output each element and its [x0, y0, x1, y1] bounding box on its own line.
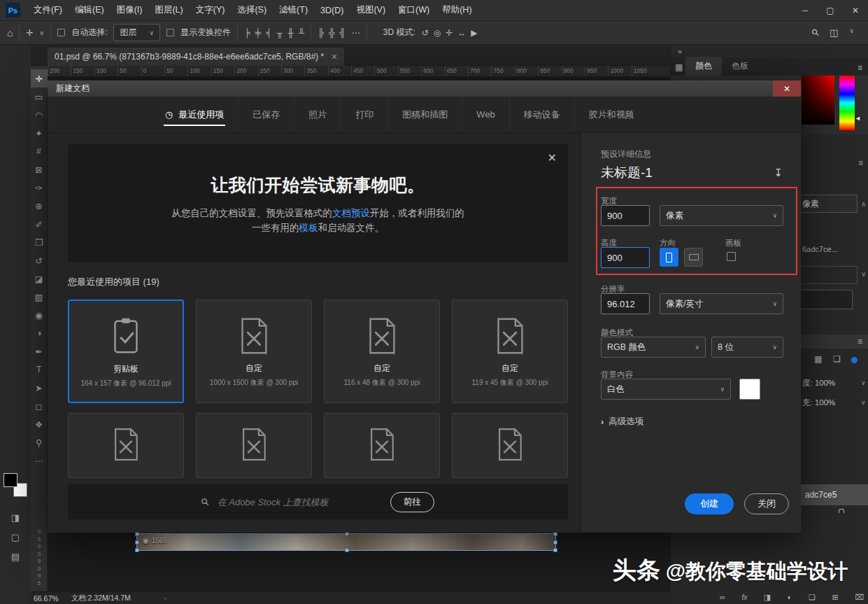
3d-slide-icon[interactable]: ↔: [457, 28, 466, 38]
new-layer-icon[interactable]: ⊞: [832, 593, 838, 602]
tool-lasso[interactable]: ◠: [31, 106, 48, 124]
transform-handle[interactable]: [135, 548, 139, 552]
height-input[interactable]: [601, 247, 650, 268]
window-close-button[interactable]: ✕: [843, 0, 868, 21]
fill-chevron-icon[interactable]: ∨: [861, 399, 866, 406]
workspace-icon[interactable]: ◫: [830, 27, 838, 38]
tool-crop[interactable]: #: [31, 142, 48, 160]
transform-handle[interactable]: [553, 548, 557, 552]
menu-image[interactable]: 图像(I): [111, 0, 149, 21]
close-button[interactable]: 关闭: [744, 493, 789, 514]
go-button[interactable]: 前往: [390, 492, 434, 512]
tool-zoom[interactable]: ⚲: [31, 433, 48, 451]
layer-style-icon[interactable]: fx: [741, 594, 747, 601]
document-image-strip[interactable]: ◉ 1565: [136, 533, 556, 551]
filter-dot-icon[interactable]: [851, 357, 858, 363]
align-center-v-icon[interactable]: ╫: [287, 28, 294, 38]
tab-art-illustration[interactable]: 图稿和插图: [387, 97, 462, 132]
distribute-center-icon[interactable]: ╬: [329, 28, 335, 38]
recent-card-custom-2[interactable]: 自定 116 x 48 像素 @ 300 ppi: [324, 300, 440, 403]
tool-edit-toolbar[interactable]: ⋯: [31, 451, 48, 470]
auto-select-target-dropdown[interactable]: 图层 ∨: [113, 24, 160, 41]
orientation-portrait-button[interactable]: [660, 248, 678, 267]
more-options-icon[interactable]: ⋯: [352, 28, 360, 38]
minimize-button[interactable]: ─: [792, 0, 818, 21]
hero-close-icon[interactable]: ✕: [548, 151, 557, 164]
panel-menu-icon[interactable]: ≡: [858, 63, 862, 73]
create-button[interactable]: 创建: [685, 493, 734, 514]
color-mode-dropdown[interactable]: RGB 颜色 ∨: [601, 337, 706, 358]
layer-mask-icon[interactable]: ◨: [764, 593, 771, 602]
transform-handle[interactable]: [345, 548, 349, 552]
download-preset-icon[interactable]: ↧: [774, 167, 783, 179]
tool-quick-selection[interactable]: ✦: [31, 124, 48, 142]
menu-select[interactable]: 选择(S): [231, 0, 273, 21]
tool-gradient[interactable]: ▧: [31, 288, 48, 306]
document-tab[interactable]: 01.psd @ 66.7% (871367b3-9889-41c8-88e4-…: [48, 48, 344, 66]
tool-path-select[interactable]: ➤: [31, 379, 48, 397]
recent-card-custom-1[interactable]: 自定 1000 x 1500 像素 @ 300 ppi: [196, 300, 312, 403]
tool-frame[interactable]: ⊠: [31, 160, 48, 178]
recent-card[interactable]: [324, 413, 440, 478]
chevron-down-icon[interactable]: ∨: [40, 29, 45, 36]
tool-clone-stamp[interactable]: ❒: [31, 233, 48, 251]
menu-filter[interactable]: 滤镜(T): [273, 0, 314, 21]
advanced-options-toggle[interactable]: › 高级选项: [601, 416, 643, 428]
collapse-dock-icon[interactable]: «: [678, 47, 682, 55]
panel-grid-icon[interactable]: ▦: [675, 62, 683, 72]
tool-eyedropper[interactable]: ✑: [31, 178, 48, 197]
zoom-level[interactable]: 66.67%: [34, 594, 59, 603]
tool-dodge[interactable]: ◑: [31, 324, 48, 342]
show-transform-checkbox[interactable]: [166, 29, 174, 36]
menu-layer[interactable]: 图层(L): [148, 0, 189, 21]
hue-slider-marker[interactable]: ◄: [855, 115, 861, 122]
hue-slider[interactable]: [839, 76, 855, 130]
dialog-title-bar[interactable]: 新建文档: [48, 80, 801, 97]
recent-card[interactable]: [452, 413, 568, 478]
scroll-down-icon[interactable]: ∨: [861, 270, 866, 278]
filter-type-icon[interactable]: ▦: [814, 354, 822, 364]
menu-help[interactable]: 帮助(H): [436, 0, 478, 21]
tab-photo[interactable]: 照片: [294, 97, 341, 132]
search-icon[interactable]: ⚲: [809, 27, 821, 38]
tool-eraser[interactable]: ◪: [31, 269, 48, 288]
foreground-color-swatch[interactable]: [3, 473, 17, 487]
home-icon[interactable]: ⌂: [7, 27, 13, 38]
panel-menu-icon[interactable]: ≡: [858, 337, 862, 346]
align-bottom-icon[interactable]: ╨: [299, 28, 305, 38]
adjustment-layer-icon[interactable]: ◐: [788, 593, 792, 601]
distribute-left-icon[interactable]: ╠: [318, 28, 324, 38]
input-fragment[interactable]: [797, 290, 853, 309]
tab-web[interactable]: Web: [462, 97, 509, 132]
scroll-up-icon[interactable]: ∧: [861, 200, 866, 208]
new-group-icon[interactable]: ❏: [809, 593, 816, 602]
menu-window[interactable]: 窗口(W): [392, 0, 436, 21]
3d-pan-icon[interactable]: ✛: [446, 28, 453, 38]
filter-folder-icon[interactable]: ❏: [833, 354, 841, 364]
opacity-chevron-icon[interactable]: ∨: [861, 379, 866, 386]
menu-view[interactable]: 视图(V): [350, 0, 392, 21]
auto-select-checkbox[interactable]: [57, 29, 65, 36]
maximize-button[interactable]: ▢: [818, 0, 843, 21]
tab-film-video[interactable]: 胶片和视频: [574, 97, 648, 132]
marquee-mode-icon[interactable]: ▢: [0, 532, 31, 542]
menu-type[interactable]: 文字(Y): [190, 0, 232, 21]
menu-file[interactable]: 文件(F): [27, 0, 69, 21]
tab-saved[interactable]: 已保存: [238, 97, 294, 132]
link-layers-icon[interactable]: ∞: [720, 593, 725, 601]
menu-edit[interactable]: 编辑(E): [69, 0, 111, 21]
tool-move[interactable]: ✛: [31, 69, 48, 87]
tool-blur[interactable]: ◉: [31, 306, 48, 324]
move-tool-icon[interactable]: ✛: [26, 28, 33, 38]
tool-marquee[interactable]: ▭: [31, 87, 48, 106]
doc-preset-link[interactable]: 文档预设: [332, 208, 370, 218]
template-link[interactable]: 模板: [299, 223, 318, 233]
resolution-input[interactable]: [601, 293, 650, 314]
menu-3d[interactable]: 3D(D): [314, 0, 350, 21]
panel-menu-icon[interactable]: ≡: [858, 158, 863, 168]
3d-rotate-icon[interactable]: ↺: [422, 28, 429, 38]
unit-dropdown-fragment[interactable]: 像素: [797, 195, 858, 213]
transform-handle[interactable]: [553, 540, 557, 545]
tool-type[interactable]: T: [31, 360, 48, 379]
color-field[interactable]: [802, 76, 834, 125]
